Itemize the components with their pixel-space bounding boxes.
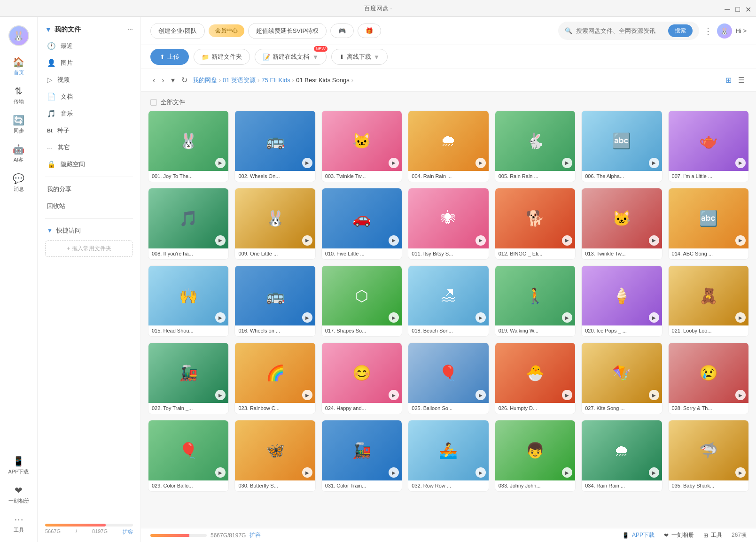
search-input[interactable] xyxy=(576,27,664,34)
game-button[interactable]: 🎮 xyxy=(330,23,354,38)
play-button[interactable]: ▶ xyxy=(562,158,572,168)
play-button[interactable]: ▶ xyxy=(649,235,659,246)
play-button[interactable]: ▶ xyxy=(475,235,486,246)
play-button[interactable]: ▶ xyxy=(735,158,746,168)
file-item[interactable]: 🐰 ▶ 001. Joy To The... xyxy=(148,110,229,182)
menu-item-share[interactable]: 我的分享 xyxy=(38,181,140,198)
file-item[interactable]: 🎈 ▶ 029. Color Ballo... xyxy=(148,420,229,492)
file-item[interactable]: 🚗 ▶ 010. Five Little ... xyxy=(321,188,402,260)
breadcrumb-disk[interactable]: 我的网盘 xyxy=(193,76,217,85)
play-button[interactable]: ▶ xyxy=(649,158,659,168)
file-item[interactable]: 🐇 ▶ 005. Rain Rain ... xyxy=(495,110,576,182)
more-options-button[interactable]: ⋮ xyxy=(704,26,712,36)
sidebar-item-ai[interactable]: 🤖 AI客 xyxy=(2,140,35,167)
play-button[interactable]: ▶ xyxy=(735,467,746,478)
file-item[interactable]: 😊 ▶ 024. Happy and... xyxy=(321,342,402,414)
file-item[interactable]: 🐕 ▶ 012. BINGO _ Eli... xyxy=(495,188,576,260)
file-item[interactable]: 🚶 ▶ 019. Walking W... xyxy=(495,265,576,337)
user-hi-label[interactable]: Hi > xyxy=(736,27,747,34)
menu-item-seed[interactable]: Bt 种子 xyxy=(38,122,140,139)
sidebar-item-photo[interactable]: ❤ 一刻相册 xyxy=(2,481,35,508)
file-item[interactable]: 🚂 ▶ 031. Color Train... xyxy=(321,420,402,492)
expand-button[interactable]: 扩容 xyxy=(123,528,133,535)
file-item[interactable]: 🫖 ▶ 007. I'm a Little ... xyxy=(668,110,749,182)
file-item[interactable]: 🍦 ▶ 020. Ice Pops _ ... xyxy=(581,265,662,337)
file-item[interactable]: 🦋 ▶ 030. Butterfly S... xyxy=(234,420,315,492)
file-item[interactable]: 🔤 ▶ 014. ABC Song ... xyxy=(668,188,749,260)
file-item[interactable]: 🕷 ▶ 011. Itsy Bitsy S... xyxy=(408,188,489,260)
menu-item-recycle[interactable]: 回收站 xyxy=(38,198,140,215)
file-item[interactable]: 🏖 ▶ 018. Beach Son... xyxy=(408,265,489,337)
play-button[interactable]: ▶ xyxy=(389,235,399,246)
file-item[interactable]: 🎈 ▶ 025. Balloon So... xyxy=(408,342,489,414)
list-view-button[interactable]: ☰ xyxy=(736,74,747,86)
breadcrumb-path1[interactable]: 01 英语资源 xyxy=(223,76,256,85)
file-item[interactable]: 🙌 ▶ 015. Head Shou... xyxy=(148,265,229,337)
refresh-button[interactable]: ↻ xyxy=(179,75,190,85)
menu-item-videos[interactable]: ▷ 视频 xyxy=(38,71,140,88)
play-button[interactable]: ▶ xyxy=(475,467,486,478)
play-button[interactable]: ▶ xyxy=(215,235,226,246)
dropdown-button[interactable]: ▾ xyxy=(169,75,177,85)
file-item[interactable]: 🐱 ▶ 003. Twinkle Tw... xyxy=(321,110,402,182)
file-item[interactable]: 🐰 ▶ 009. One Little ... xyxy=(234,188,315,260)
file-item[interactable]: ⬡ ▶ 017. Shapes So... xyxy=(321,265,402,337)
play-button[interactable]: ▶ xyxy=(302,390,312,400)
breadcrumb-path2[interactable]: 75 Eli Kids xyxy=(261,77,290,84)
play-button[interactable]: ▶ xyxy=(649,390,659,400)
sidebar-item-tools[interactable]: ⋯ 工具 xyxy=(2,510,35,537)
file-item[interactable]: 🪁 ▶ 027. Kite Song ... xyxy=(581,342,662,414)
file-item[interactable]: 🚌 ▶ 016. Wheels on ... xyxy=(234,265,315,337)
sidebar-item-transfer[interactable]: ⇅ 传输 xyxy=(2,82,35,109)
photo-app-link[interactable]: ❤ 一刻相册 xyxy=(664,531,694,539)
vip-button[interactable]: 会员中心 xyxy=(209,24,244,37)
sidebar-item-home[interactable]: 🏠 首页 xyxy=(2,53,35,80)
my-files-more[interactable]: ··· xyxy=(127,26,133,33)
sidebar-avatar[interactable]: 🐰 xyxy=(2,22,35,51)
file-item[interactable]: 🚌 ▶ 002. Wheels On... xyxy=(234,110,315,182)
grid-view-button[interactable]: ⊞ xyxy=(724,74,733,86)
expand-storage-button[interactable]: 扩容 xyxy=(249,531,261,539)
play-button[interactable]: ▶ xyxy=(389,158,399,168)
play-button[interactable]: ▶ xyxy=(735,235,746,246)
minimize-button[interactable]: ─ xyxy=(724,5,731,12)
file-item[interactable]: 🌈 ▶ 023. Rainbow C... xyxy=(234,342,315,414)
maximize-button[interactable]: □ xyxy=(734,5,741,12)
file-item[interactable]: 🌧 ▶ 034. Rain Rain ... xyxy=(581,420,662,492)
close-button[interactable]: ✕ xyxy=(745,5,751,12)
file-item[interactable]: 🧸 ▶ 021. Looby Loo... xyxy=(668,265,749,337)
menu-item-hidden[interactable]: 🔒 隐藏空间 xyxy=(38,156,140,173)
tools-link[interactable]: ⊞ 工具 xyxy=(703,531,722,539)
offline-download-button[interactable]: ⬇ 离线下载 ▼ xyxy=(331,49,388,65)
window-controls[interactable]: ─ □ ✕ xyxy=(724,5,751,12)
svip-promo-button[interactable]: 超值续费延长SVIP特权 xyxy=(248,23,327,39)
file-item[interactable]: 🌧 ▶ 004. Rain Rain ... xyxy=(408,110,489,182)
play-button[interactable]: ▶ xyxy=(302,235,312,246)
back-button[interactable]: ‹ xyxy=(150,75,157,85)
file-item[interactable]: 🚂 ▶ 022. Toy Train _... xyxy=(148,342,229,414)
menu-item-photos[interactable]: 👤 图片 xyxy=(38,54,140,71)
file-item[interactable]: 🐣 ▶ 026. Humpty D... xyxy=(495,342,576,414)
search-button[interactable]: 搜索 xyxy=(668,24,693,37)
file-item[interactable]: 🚣 ▶ 032. Row Row ... xyxy=(408,420,489,492)
menu-item-docs[interactable]: 📄 文档 xyxy=(38,88,140,105)
play-button[interactable]: ▶ xyxy=(562,235,572,246)
sidebar-item-sync[interactable]: 🔄 同步 xyxy=(2,111,35,138)
menu-item-music[interactable]: 🎵 音乐 xyxy=(38,105,140,122)
play-button[interactable]: ▶ xyxy=(649,467,659,478)
file-item[interactable]: 😢 ▶ 028. Sorry & Th... xyxy=(668,342,749,414)
upload-button[interactable]: ⬆ 上传 xyxy=(150,49,189,65)
new-folder-button[interactable]: 📁 新建文件夹 xyxy=(194,49,250,65)
file-item[interactable]: 👦 ▶ 033. Johny John... xyxy=(495,420,576,492)
play-button[interactable]: ▶ xyxy=(475,390,486,400)
app-download-link[interactable]: 📱 APP下载 xyxy=(622,531,655,539)
play-button[interactable]: ▶ xyxy=(649,312,659,323)
create-team-button[interactable]: 创建企业/团队 xyxy=(150,23,205,39)
sidebar-item-message[interactable]: 💬 消息 xyxy=(2,169,35,196)
forward-button[interactable]: › xyxy=(159,75,166,85)
file-item[interactable]: 🎵 ▶ 008. If you're ha... xyxy=(148,188,229,260)
file-item[interactable]: 🐱 ▶ 013. Twinkle Tw... xyxy=(581,188,662,260)
play-button[interactable]: ▶ xyxy=(475,158,486,168)
add-folder-button[interactable]: + 拖入常用文件夹 xyxy=(45,240,133,257)
sidebar-item-app[interactable]: 📱 APP下载 xyxy=(2,452,35,479)
